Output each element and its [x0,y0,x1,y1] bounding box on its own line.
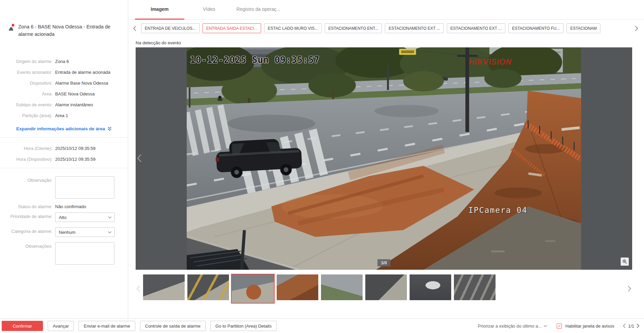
alarm-title: Zona 6 - BASE Nova Odessa - Entrada de a… [18,23,120,38]
thumbnails-prev-button[interactable] [136,286,141,292]
footer-action-bar: ConfirmarAvançarEnviar e-mail de alarmeC… [0,318,644,333]
alarm-pagination: 1/1 [628,324,634,329]
alarm-fields-list: Origem do alarme:Zona 6Evento acionador:… [0,59,128,118]
time-fields-list: Hora (Cliente):2025/10/12 09:35:59Hora (… [0,146,128,162]
camera-chip[interactable]: ESTACIONAMENTO FU... [508,23,564,33]
display-option-label: Priorizar a exibição do último a... [478,324,542,329]
camera-chip-list: ENTRADA DE VEICULOS...ENTRADA SAIDA ESTA… [141,23,624,33]
status-label: Status do alarme: [0,204,55,209]
thumbnail[interactable] [410,274,451,300]
osd-camera-name: IPCamera 04 [468,206,527,215]
thumbnail[interactable] [454,274,496,300]
field-label: Hora (Cliente): [0,146,55,151]
thumbnails-next-button[interactable] [627,286,632,292]
chevron-down-icon [544,325,547,327]
thumbnail[interactable] [232,274,274,303]
field-row: Área:BASE Nova Odessa [0,91,128,96]
thumbnail[interactable] [277,274,318,300]
magnifier-plus-icon [622,259,627,264]
expand-area-info-label: Expandir informações adicionais de área [16,126,105,131]
camera-chip[interactable]: ESTACIONAMENTO EXT ... [447,23,505,33]
alarm-details-panel: Zona 6 - BASE Nova Odessa - Entrada de a… [0,0,128,318]
display-option-dropdown[interactable]: Priorizar a exibição do último a... [478,324,548,329]
thumbnail-strip [136,274,632,304]
field-row: Origem do alarme:Zona 6 [0,59,128,64]
field-value: BASE Nova Odessa [55,91,128,96]
categoria-select[interactable]: Nenhum [55,227,115,237]
expand-area-info-link[interactable]: Expandir informações adicionais de área [16,126,128,131]
field-value: Alarme Base Nova Odessa [55,81,128,86]
prev-alarm-button[interactable] [623,324,626,328]
thumbnail[interactable] [187,274,229,300]
observacao-label: Observação: [0,176,55,199]
zoom-button[interactable] [621,258,629,266]
field-value: Zona 6 [55,59,128,64]
observacoes-textarea[interactable] [55,242,114,265]
chips-prev-button[interactable] [131,23,138,33]
field-value: 2025/10/12 09:35:59 [55,157,128,162]
page-indicator: 3/8 [377,259,390,266]
hikvision-logo: HIKVISION [469,58,512,67]
field-value: Area 1 [55,113,128,118]
alarm-window: Zona 6 - BASE Nova Odessa - Entrada de a… [0,0,644,318]
footer-actions: ConfirmarAvançarEnviar e-mail de alarmeC… [2,321,277,331]
osd-timestamp: 10-12-2025 Sun 09:35:57 [190,55,320,65]
field-label: Hora (Dispositivo): [0,157,55,162]
camera-chip[interactable]: ESTACIONAMENTO EXT ... [385,23,443,33]
alarm-siren-icon [7,24,15,31]
chevron-right-icon [628,286,631,292]
controle-de-sa-da-de-alarme-button[interactable]: Controle de saída de alarme [140,321,206,331]
confirmar-button[interactable]: Confirmar [2,321,43,331]
field-value: Alarme instantâneo [55,102,128,107]
field-label: Subtipo de evento: [0,102,55,107]
field-row: Subtipo de evento:Alarme instantâneo [0,102,128,107]
viewer-prev-button[interactable] [137,154,142,163]
alarm-media-panel: ImagemVídeoRegistro da operaç... ENTRADA… [128,0,644,318]
section-label: Na detecção do evento [136,40,644,45]
avan-ar-button[interactable]: Avançar [48,321,74,331]
camera-chip[interactable]: ESTACIONAMENTO ENT... [325,23,382,33]
camera-chip[interactable]: ENTRADA SAIDA ESTACI... [203,23,261,33]
go-to-partition-area-details-button[interactable]: Go to Partition (Area) Details [210,321,277,331]
categoria-value: Nenhum [59,230,75,235]
chevron-left-icon [137,154,142,162]
camera-chip[interactable]: ENTRADA DE VEICULOS... [141,23,200,33]
status-value: Não confirmado [55,204,128,209]
chips-next-button[interactable] [632,23,640,33]
field-row: Dispositivo:Alarme Base Nova Odessa [0,81,128,86]
field-label: Partição (área): [0,113,55,118]
prioridade-select[interactable]: Alto [55,213,115,222]
divider [0,168,128,168]
chevron-left-icon [133,26,136,31]
avisos-checkbox-label: Habilitar janela de avisos [565,324,614,329]
thumbnail-strip-list [143,274,496,303]
tab-imagem[interactable]: Imagem [135,0,184,20]
observacao-textarea[interactable] [55,176,114,199]
next-alarm-button[interactable] [637,324,639,328]
camera-snapshot: 10-12-2025 Sun 09:35:57 HIKVISION IPCame… [187,47,581,270]
tab-video[interactable]: Vídeo [184,0,234,20]
camera-chip[interactable]: ESTAC LADO MURO VIS... [264,23,322,33]
chevron-right-icon [635,26,638,31]
field-row: Partição (área):Area 1 [0,113,128,118]
thumbnail[interactable] [143,274,185,300]
field-value: 2025/10/12 09:35:59 [55,146,128,151]
tab-bar: ImagemVídeoRegistro da operaç... [128,0,644,20]
prioridade-value: Alto [59,215,66,220]
field-row: Hora (Dispositivo):2025/10/12 09:35:59 [0,157,128,162]
chevron-down-icon [108,231,112,234]
camera-chip[interactable]: ESTACIONAM [567,23,600,33]
categoria-label: Categoria de alarme: [0,227,55,237]
chevron-left-icon [623,324,626,328]
thumbnail[interactable] [365,274,407,300]
avisos-checkbox[interactable]: ✓ [557,324,562,329]
observacoes-label: Observações: [0,242,55,265]
double-chevron-down-icon [107,127,112,131]
field-row: Evento acionador:Entrada de alarme acion… [0,70,128,75]
prioridade-label: Prioridade de alarme: [0,213,55,222]
enviar-e-mail-de-alarme-button[interactable]: Enviar e-mail de alarme [78,321,135,331]
field-label: Evento acionador: [0,70,55,75]
tab-registro-operacao[interactable]: Registro da operaç... [234,0,283,20]
thumbnail[interactable] [321,274,363,300]
image-viewer: 10-12-2025 Sun 09:35:57 HIKVISION IPCame… [136,47,632,270]
